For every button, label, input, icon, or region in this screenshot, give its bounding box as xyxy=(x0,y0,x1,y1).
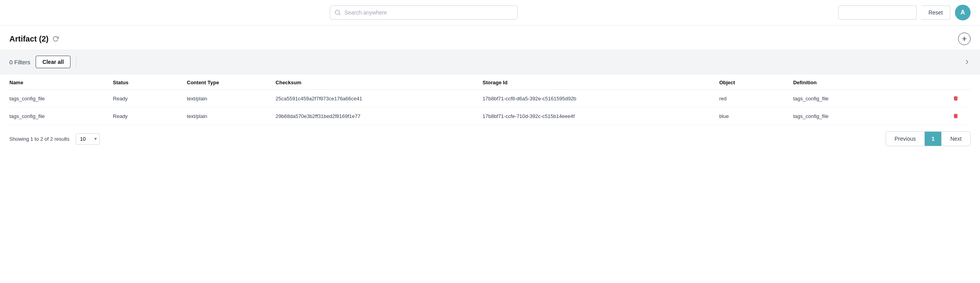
avatar[interactable]: A xyxy=(955,5,971,20)
cell-storage-id: 17b8bf71-ccfe-710d-392c-c515b14eee4f xyxy=(483,107,719,125)
footer-left: Showing 1 to 2 of 2 results 102550100 ▾ xyxy=(9,133,100,145)
delete-icon[interactable] xyxy=(941,95,971,102)
clear-all-button[interactable]: Clear all xyxy=(36,56,70,68)
svg-line-1 xyxy=(339,14,340,15)
showing-text: Showing 1 to 2 of 2 results xyxy=(9,136,69,142)
cell-definition: tags_config_file xyxy=(793,107,941,125)
filter-input[interactable] xyxy=(838,5,917,20)
col-header-checksum: Checksum xyxy=(276,74,483,90)
col-header-actions xyxy=(941,74,971,90)
cell-content-type: text/plain xyxy=(187,107,276,125)
cell-definition: tags_config_file xyxy=(793,90,941,107)
cell-storage-id: 17b8bf71-ccf8-d6a5-392e-c5161595d92b xyxy=(483,90,719,107)
cell-name: tags_config_file xyxy=(9,107,113,125)
search-wrapper xyxy=(330,5,518,20)
reset-button[interactable]: Reset xyxy=(921,5,950,20)
add-button[interactable] xyxy=(958,33,971,45)
cell-actions xyxy=(941,90,971,107)
delete-icon[interactable] xyxy=(941,113,971,119)
col-header-name: Name xyxy=(9,74,113,90)
refresh-icon[interactable] xyxy=(52,36,59,42)
cell-actions xyxy=(941,107,971,125)
footer: Showing 1 to 2 of 2 results 102550100 ▾ … xyxy=(0,125,980,152)
col-header-storage-id: Storage Id xyxy=(483,74,719,90)
header-search-area xyxy=(9,5,838,20)
search-icon xyxy=(335,9,341,16)
next-button[interactable]: Next xyxy=(941,132,970,146)
table-body: tags_config_file Ready text/plain 25ca55… xyxy=(9,90,971,125)
col-header-definition: Definition xyxy=(793,74,941,90)
table-header: Name Status Content Type Checksum Storag… xyxy=(9,74,971,90)
table-row: tags_config_file Ready text/plain 29b68d… xyxy=(9,107,971,125)
cell-checksum: 29b68da570e3b2ff31bed2f8169f1e77 xyxy=(276,107,483,125)
cell-name: tags_config_file xyxy=(9,90,113,107)
chevron-right-icon[interactable] xyxy=(964,58,971,65)
cell-checksum: 25ca5591c459a2f7f873ce176a66ce41 xyxy=(276,90,483,107)
cell-status: Ready xyxy=(113,107,187,125)
pagination: Previous 1 Next xyxy=(886,131,971,146)
col-header-object: Object xyxy=(719,74,793,90)
per-page-wrapper: 102550100 ▾ xyxy=(76,133,100,145)
cell-object: blue xyxy=(719,107,793,125)
page-title: Artifact (2) xyxy=(9,34,49,44)
header: Reset A xyxy=(0,0,980,25)
search-input[interactable] xyxy=(330,5,518,20)
header-right: Reset A xyxy=(838,5,971,20)
table-row: tags_config_file Ready text/plain 25ca55… xyxy=(9,90,971,107)
per-page-dropdown[interactable]: 102550100 xyxy=(76,133,100,145)
previous-button[interactable]: Previous xyxy=(886,132,925,146)
filter-bar: 0 Filters Clear all xyxy=(0,50,980,74)
cell-status: Ready xyxy=(113,90,187,107)
col-header-content-type: Content Type xyxy=(187,74,276,90)
page-title-left: Artifact (2) xyxy=(9,34,59,44)
artifacts-table: Name Status Content Type Checksum Storag… xyxy=(9,74,971,125)
cell-object: red xyxy=(719,90,793,107)
per-page-select: 102550100 ▾ xyxy=(76,133,100,145)
filter-divider xyxy=(76,57,76,67)
table-wrapper: Name Status Content Type Checksum Storag… xyxy=(0,74,980,125)
filter-bar-right xyxy=(964,58,971,65)
cell-content-type: text/plain xyxy=(187,90,276,107)
page-title-bar: Artifact (2) xyxy=(0,25,980,50)
current-page[interactable]: 1 xyxy=(925,132,941,146)
col-header-status: Status xyxy=(113,74,187,90)
filter-count: 0 Filters xyxy=(9,59,30,65)
